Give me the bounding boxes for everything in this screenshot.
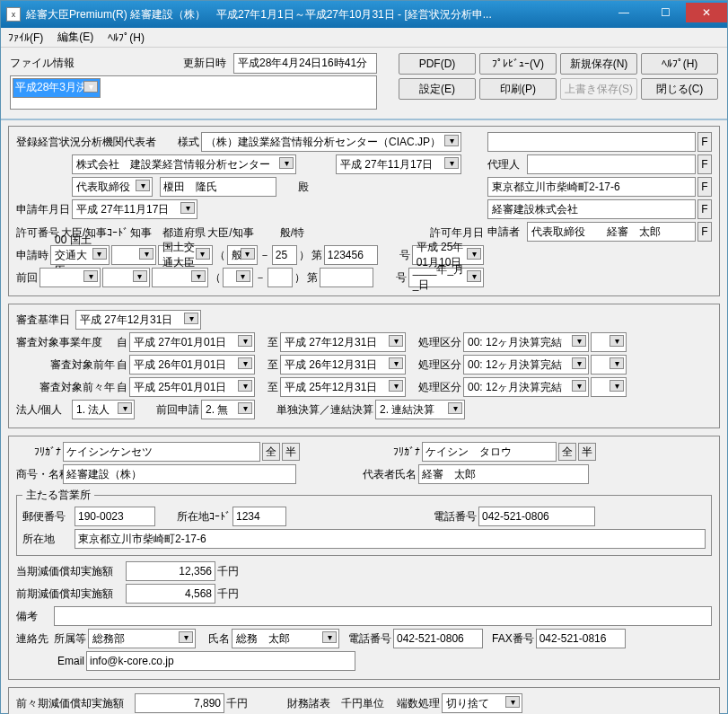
maximize-button[interactable]: ☐ bbox=[645, 3, 686, 22]
app-no-b[interactable] bbox=[324, 245, 378, 265]
prev-minister[interactable] bbox=[152, 268, 208, 287]
y0-from[interactable]: 平成 27年01月01日 bbox=[129, 332, 255, 352]
style-select[interactable]: （株）建設業経営情報分析センター（CIAC.JP） bbox=[201, 132, 461, 152]
name-label: 商号・名称 bbox=[16, 467, 61, 482]
app-general[interactable]: 般 bbox=[227, 245, 258, 265]
loc-code-input[interactable] bbox=[232, 507, 286, 526]
prev-app-select[interactable]: 2. 無 bbox=[201, 400, 255, 419]
fax-input[interactable] bbox=[536, 629, 626, 648]
email-label: Email bbox=[57, 655, 84, 667]
dono-label: 殿 bbox=[298, 180, 309, 195]
y0-to[interactable]: 平成 27年12月31日 bbox=[280, 332, 406, 352]
help-button[interactable]: ﾍﾙﾌﾟ(H) bbox=[641, 53, 718, 75]
y2-extra[interactable] bbox=[591, 377, 627, 397]
prev-general[interactable] bbox=[223, 268, 253, 287]
r-company[interactable]: 経審建設株式会社 bbox=[487, 199, 696, 219]
close-button[interactable]: ✕ bbox=[686, 3, 727, 22]
r-blank1[interactable] bbox=[487, 132, 696, 152]
y1-from[interactable]: 平成 26年01月01日 bbox=[129, 355, 255, 375]
file-list-selected[interactable]: 平成28年3月決算 bbox=[13, 78, 101, 98]
r-f2[interactable]: F bbox=[697, 154, 712, 174]
furigana-label: ﾌﾘｶﾞﾅ bbox=[16, 445, 61, 458]
settings-button[interactable]: 設定(E) bbox=[399, 78, 476, 100]
app-no-a[interactable] bbox=[272, 245, 297, 265]
email-input[interactable] bbox=[86, 651, 355, 671]
rep-name-input[interactable] bbox=[160, 177, 276, 197]
app-prefecture[interactable] bbox=[111, 245, 157, 265]
y2-from[interactable]: 平成 25年01月01日 bbox=[129, 377, 255, 397]
zip-input[interactable] bbox=[75, 507, 155, 526]
prev-minister-code[interactable] bbox=[39, 268, 101, 287]
y1-to[interactable]: 平成 26年12月31日 bbox=[280, 355, 406, 375]
tel-input[interactable] bbox=[478, 507, 595, 526]
pdf-button[interactable]: PDF(D) bbox=[399, 53, 476, 75]
save-new-button[interactable]: 新規保存(N) bbox=[560, 53, 637, 75]
app-minister[interactable]: 国土交通大臣 bbox=[158, 245, 213, 265]
preview-button[interactable]: ﾌﾟﾚﾋﾞｭｰ(V) bbox=[479, 53, 557, 75]
y2-label: 審査対象前々年 bbox=[16, 380, 115, 395]
loc-input[interactable] bbox=[75, 529, 706, 549]
dep3-input[interactable] bbox=[135, 693, 224, 713]
org-company-select[interactable]: 株式会社 建設業経営情報分析センター bbox=[72, 154, 296, 174]
menu-help[interactable]: ﾍﾙﾌﾟ(H) bbox=[104, 30, 148, 46]
app-date-label: 申請年月日 bbox=[16, 202, 70, 217]
y2-proc[interactable]: 00: 12ヶ月決算完結 bbox=[463, 377, 589, 397]
close-form-button[interactable]: 閉じる(C) bbox=[641, 78, 718, 100]
r-f1[interactable]: F bbox=[697, 132, 712, 152]
r-address[interactable]: 東京都立川市柴崎町2-17-6 bbox=[487, 177, 696, 197]
prev-prefecture[interactable] bbox=[102, 268, 150, 287]
date1-select[interactable]: 平成 27年11月17日 bbox=[336, 154, 461, 174]
r-rep[interactable]: 代表取締役 経審 太郎 bbox=[527, 222, 696, 242]
loc-code-label: 所在地ｺｰﾄﾞ bbox=[177, 509, 231, 524]
rep-furigana-input[interactable] bbox=[422, 442, 557, 462]
app-minister-code[interactable]: 00 国土交通大臣 bbox=[50, 245, 110, 265]
dep2-input[interactable] bbox=[126, 584, 215, 604]
title-select[interactable]: 代表取締役 bbox=[72, 177, 153, 197]
y0-proc[interactable]: 00: 12ヶ月決算完結 bbox=[463, 332, 589, 352]
corp-select[interactable]: 1. 法人 bbox=[72, 400, 135, 419]
consol-select[interactable]: 2. 連結決算 bbox=[375, 400, 465, 419]
app-date-select[interactable]: 平成 27年11月17日 bbox=[72, 199, 197, 219]
dep1-input[interactable] bbox=[126, 561, 215, 581]
prefecture-label: 知事 都道府県 bbox=[130, 225, 206, 241]
han-btn1[interactable]: 半 bbox=[282, 443, 300, 461]
rep-name-input2[interactable] bbox=[418, 464, 589, 484]
menu-edit[interactable]: 編集(E) bbox=[54, 28, 97, 47]
menubar: ﾌｧｲﾙ(F) 編集(E) ﾍﾙﾌﾟ(H) bbox=[1, 28, 727, 48]
y1-proc[interactable]: 00: 12ヶ月決算完結 bbox=[463, 355, 589, 375]
menu-file[interactable]: ﾌｧｲﾙ(F) bbox=[4, 30, 47, 46]
zen-btn1[interactable]: 全 bbox=[262, 443, 280, 461]
r-f4[interactable]: F bbox=[697, 199, 712, 219]
round-select[interactable]: 切り捨て bbox=[442, 693, 522, 713]
print-button[interactable]: 印刷(P) bbox=[479, 78, 557, 100]
note-input[interactable] bbox=[54, 606, 712, 626]
dept-select[interactable]: 総務部 bbox=[88, 629, 196, 648]
cname-select[interactable]: 総務 太郎 bbox=[232, 629, 339, 648]
file-list[interactable]: 平成28年3月決算 bbox=[10, 75, 377, 110]
prev-no-a[interactable] bbox=[268, 268, 293, 287]
reg-org-label: 登録経営状況分析機関代表者 bbox=[16, 135, 156, 150]
r-f3[interactable]: F bbox=[697, 177, 712, 197]
minimize-button[interactable]: — bbox=[603, 3, 645, 22]
fax-label: FAX番号 bbox=[492, 631, 534, 647]
ctel-input[interactable] bbox=[393, 629, 483, 648]
main-office-fieldset: 主たる営業所 郵便番号 所在地ｺｰﾄﾞ 電話番号 所在地 bbox=[16, 488, 712, 556]
round-label: 端数処理 bbox=[397, 696, 440, 711]
name-input[interactable] bbox=[63, 464, 296, 484]
r-agent[interactable] bbox=[527, 154, 696, 174]
r-f5[interactable]: F bbox=[697, 222, 712, 242]
rep-name-label: 代表者氏名 bbox=[363, 467, 417, 482]
zen-btn2[interactable]: 全 bbox=[558, 443, 576, 461]
zip-label: 郵便番号 bbox=[22, 509, 73, 524]
han-btn2[interactable]: 半 bbox=[578, 443, 596, 461]
consol-label: 単独決算／連結決算 bbox=[276, 402, 373, 418]
y2-to[interactable]: 平成 25年12月31日 bbox=[280, 377, 406, 397]
fin-label: 財務諸表 千円単位 bbox=[287, 696, 384, 711]
prev-permit-date[interactable]: ____年_月_日 bbox=[408, 268, 484, 287]
base-date[interactable]: 平成 27年12月31日 bbox=[75, 310, 201, 330]
prev-no-b[interactable] bbox=[320, 268, 373, 287]
y0-extra[interactable] bbox=[591, 332, 627, 352]
y0-label: 審査対象事業年度 bbox=[16, 335, 115, 350]
y1-extra[interactable] bbox=[591, 355, 627, 375]
furigana-input[interactable] bbox=[63, 442, 260, 462]
